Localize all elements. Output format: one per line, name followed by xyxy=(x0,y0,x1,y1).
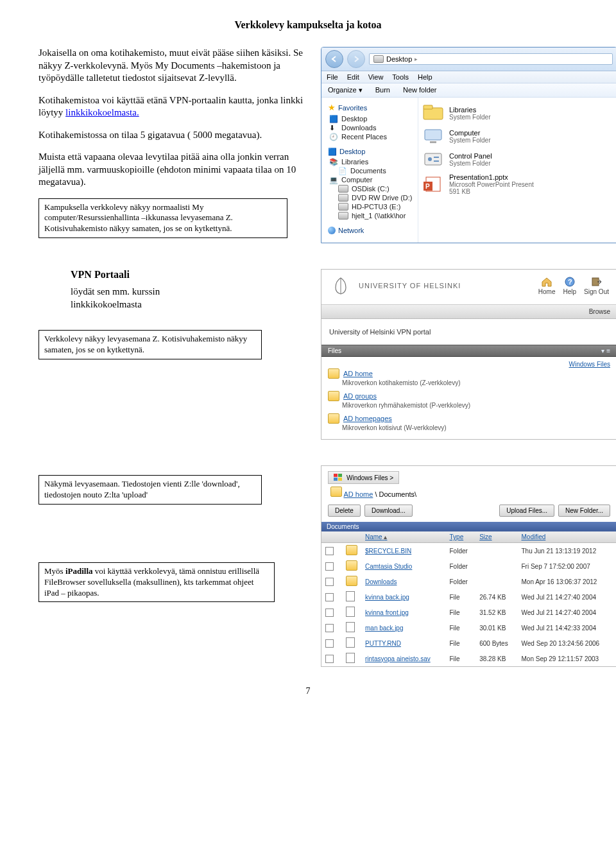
file-row[interactable]: Camtasia StudioFolderFri Sep 7 17:52:00 … xyxy=(321,558,616,574)
tile-libraries[interactable]: LibrariesSystem Folder xyxy=(421,101,614,125)
file-name-link[interactable]: man back.jpg xyxy=(365,625,403,632)
file-row[interactable]: DownloadsFolderMon Apr 16 13:06:37 2012 xyxy=(321,574,616,589)
col-type[interactable]: Type xyxy=(446,531,476,543)
file-name-link[interactable]: Downloads xyxy=(365,578,397,585)
file-size xyxy=(475,558,517,574)
row-checkbox[interactable] xyxy=(325,547,334,555)
sidebar-item-netdrive[interactable]: hjelt_1 (\\atkk\hor xyxy=(327,211,418,220)
callout-verkkolevy: Verkkolevy näkyy levyasemana Z. Kotisivu… xyxy=(38,330,262,359)
file-name-link[interactable]: kvinna back.jpg xyxy=(365,594,409,601)
row-checkbox[interactable] xyxy=(325,624,334,632)
row-checkbox[interactable] xyxy=(325,593,334,601)
menu-view[interactable]: View xyxy=(368,73,384,81)
file-row[interactable]: man back.jpgFile30.01 KBWed Jul 21 14:42… xyxy=(321,620,616,635)
row-checkbox[interactable] xyxy=(325,639,334,648)
vpn-collapse-icon[interactable]: ▾ ≡ xyxy=(601,347,610,354)
file-row[interactable]: kvinna back.jpgFile26.74 KBWed Jul 21 14… xyxy=(321,589,616,605)
sidebar-item-documents[interactable]: 📄Documents xyxy=(327,166,418,175)
crumb-adhome-link[interactable]: AD home xyxy=(343,490,373,498)
svg-rect-6 xyxy=(434,157,439,158)
menu-tools[interactable]: Tools xyxy=(392,73,409,81)
forward-button[interactable] xyxy=(347,50,365,68)
file-name-link[interactable]: PUTTY.RND xyxy=(365,640,401,647)
vpn-item-adhome[interactable]: AD home xyxy=(328,368,610,379)
row-checkbox[interactable] xyxy=(325,609,334,617)
row-checkbox[interactable] xyxy=(325,562,334,571)
delete-button[interactable]: Delete xyxy=(328,505,361,517)
sidebar-item-libraries[interactable]: 📚Libraries xyxy=(327,157,418,166)
file-row[interactable]: rintasyopa aineisto.savFile38.28 KBMon S… xyxy=(321,651,616,666)
file-name-link[interactable]: $RECYCLE.BIN xyxy=(365,548,411,555)
help-icon: ? xyxy=(564,277,576,287)
sidebar-item-downloads[interactable]: ⬇Downloads xyxy=(327,123,418,132)
svg-rect-3 xyxy=(430,141,436,143)
network-header[interactable]: Network xyxy=(327,225,418,236)
download-button[interactable]: Download... xyxy=(364,505,413,517)
computer-icon: 💻 xyxy=(329,176,338,184)
toolbar-newfolder[interactable]: New folder xyxy=(403,86,437,94)
vpn-files-header: Files xyxy=(328,347,341,354)
file-name-link[interactable]: Camtasia Studio xyxy=(365,563,412,570)
vpn-welcome-text: University of Helsinki VPN portal xyxy=(321,319,616,345)
vpn-heading: VPN Portaali xyxy=(71,269,308,281)
vpn-signout-button[interactable]: Sign Out xyxy=(584,277,609,295)
controlpanel-tile-icon xyxy=(422,150,444,168)
svg-rect-15 xyxy=(338,474,342,477)
sidebar-item-dvd[interactable]: DVD RW Drive (D:) xyxy=(327,193,418,202)
vpn-para: löydät sen mm. kurssin linkkikokoelmasta xyxy=(71,286,186,311)
sidebar-item-desktop[interactable]: 🟦Desktop xyxy=(327,114,418,123)
vpn-item-adgroups[interactable]: AD groups xyxy=(328,390,610,402)
sidebar-item-hd[interactable]: HD-PCTU3 (E:) xyxy=(327,202,418,211)
tile-controlpanel[interactable]: Control PanelSystem Folder xyxy=(421,148,614,171)
ppt-tile-icon: P xyxy=(422,175,444,193)
file-name-link[interactable]: kvinna front.jpg xyxy=(365,609,409,616)
file-icon xyxy=(346,622,355,632)
vpn-windows-files-link[interactable]: Windows Files xyxy=(328,361,610,368)
vpn-help-button[interactable]: ?Help xyxy=(563,277,577,295)
menu-file[interactable]: File xyxy=(327,73,338,81)
svg-rect-1 xyxy=(424,105,432,109)
row-checkbox[interactable] xyxy=(325,578,334,586)
folder-icon xyxy=(346,545,357,555)
sidebar-item-osdisk[interactable]: OSDisk (C:) xyxy=(327,184,418,193)
crumb-prefix: Windows Files > xyxy=(346,474,393,481)
file-row[interactable]: kvinna front.jpgFile31.52 KBWed Jul 21 1… xyxy=(321,605,616,620)
file-size: 26.74 KB xyxy=(475,589,517,605)
desktop-small-icon: 🟦 xyxy=(329,115,338,123)
university-name: UNIVERSITY OF HELSINKI xyxy=(359,282,461,289)
star-icon: ★ xyxy=(328,103,336,112)
favorites-header[interactable]: ★Favorites xyxy=(327,101,418,114)
file-row[interactable]: PUTTY.RNDFile600 BytesWed Sep 20 13:24:5… xyxy=(321,635,616,651)
address-bar[interactable]: Desktop ▸ xyxy=(369,53,613,65)
col-modified[interactable]: Modified xyxy=(517,531,616,543)
toolbar-burn[interactable]: Burn xyxy=(375,86,390,94)
newfolder-button[interactable]: New Folder... xyxy=(558,505,610,517)
tile-presentation[interactable]: P Presentation1.pptxMicrosoft PowerPoint… xyxy=(421,171,614,198)
sidebar-item-recent[interactable]: 🕘Recent Places xyxy=(327,132,418,141)
explorer-menubar: File Edit View Tools Help xyxy=(321,71,616,83)
file-size: 600 Bytes xyxy=(475,635,517,651)
breadcrumb-arrow-icon: ▸ xyxy=(415,56,418,62)
vpn-home-button[interactable]: Home xyxy=(538,277,556,295)
upload-button[interactable]: Upload Files... xyxy=(499,505,554,517)
row-checkbox[interactable] xyxy=(325,655,334,663)
file-row[interactable]: $RECYCLE.BINFolderThu Jun 21 13:13:19 20… xyxy=(321,543,616,559)
col-size[interactable]: Size xyxy=(475,531,517,543)
linkkikokoelma-link[interactable]: linkkikokoelmasta. xyxy=(65,107,139,117)
sidebar-item-computer[interactable]: 💻Computer xyxy=(327,175,418,184)
menu-help[interactable]: Help xyxy=(418,73,432,81)
folder-icon xyxy=(328,368,339,379)
back-button[interactable] xyxy=(325,50,343,68)
col-name[interactable]: Name ▴ xyxy=(361,531,446,543)
desktop-header[interactable]: 🟦Desktop xyxy=(327,146,418,157)
vpn-browse-bar[interactable]: Browse xyxy=(321,304,616,319)
vpn-item-adhomepages[interactable]: AD homepages xyxy=(328,413,610,424)
folder-icon xyxy=(330,487,342,497)
callout-ipad-text: Myös iPadilla voi käyttää verkkolevyä, t… xyxy=(44,566,259,598)
file-name-link[interactable]: rintasyopa aineisto.sav xyxy=(365,655,431,662)
menu-edit[interactable]: Edit xyxy=(347,73,359,81)
toolbar-organize[interactable]: Organize ▾ xyxy=(328,86,363,94)
tile-computer[interactable]: ComputerSystem Folder xyxy=(421,125,614,148)
svg-rect-7 xyxy=(434,160,439,162)
file-type: File xyxy=(446,620,476,635)
